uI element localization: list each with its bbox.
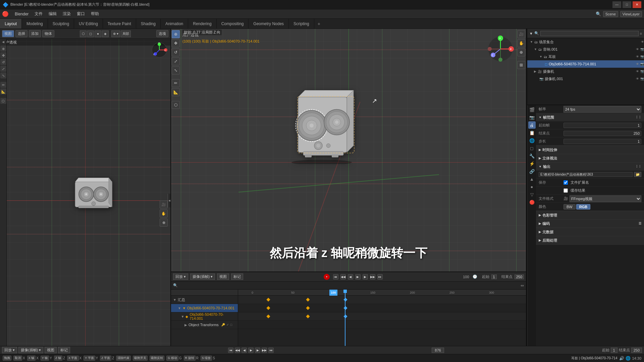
menu-help[interactable]: 帮助 xyxy=(88,10,102,17)
tab-modeling[interactable]: Modeling xyxy=(22,19,48,28)
bottom-prev-frame[interactable]: ◀◀ xyxy=(235,348,240,353)
visibility-icon-camera2[interactable]: 👁 xyxy=(636,77,639,80)
browse-button[interactable]: 📁 xyxy=(634,172,641,177)
prev-keyframe-button[interactable]: ◀ xyxy=(348,274,353,280)
menu-render[interactable]: 渲染 xyxy=(60,10,73,17)
keyframe-summary-50[interactable] xyxy=(306,298,310,301)
close-button[interactable]: ✕ xyxy=(633,1,641,8)
track-header-transforms[interactable]: ▶ Object Transforms 🔑 ✓ □ xyxy=(171,321,238,329)
color-mgmt-header[interactable]: ▶ 色彩管理 xyxy=(536,211,644,219)
cache-result-checkbox[interactable] xyxy=(564,188,568,193)
props-constraint-icon[interactable]: ● xyxy=(528,183,536,190)
props-scene-data-icon[interactable]: 🌐 xyxy=(528,137,536,144)
props-particles-icon[interactable]: 🔗 xyxy=(528,168,536,175)
props-view-layer-icon[interactable]: 📋 xyxy=(528,129,536,136)
bottom-next-key[interactable]: ▶ xyxy=(255,348,260,353)
play-button[interactable]: ▶ xyxy=(355,274,361,280)
move-tool-main[interactable]: ✥ xyxy=(172,39,180,47)
keyframe-obj1-100[interactable] xyxy=(343,306,347,310)
timeline-view-btn[interactable]: 视图 xyxy=(45,347,57,353)
timeline-search-input[interactable] xyxy=(179,284,519,288)
add-cube-tool[interactable]: ⬡ xyxy=(0,98,6,104)
obj1-track-row[interactable] xyxy=(238,304,526,312)
transform-orientation[interactable]: 局部 xyxy=(121,31,131,37)
camera-view[interactable]: 🎥 xyxy=(160,200,168,208)
tab-texture-paint[interactable]: Texture Paint xyxy=(103,19,136,28)
time-stretching-header[interactable]: ▶ 时间拉伸 xyxy=(536,146,644,154)
transform-tool-main[interactable]: ⤡ xyxy=(172,66,180,74)
annotate-tool[interactable]: ✏ xyxy=(0,82,6,88)
keyframe-obj2-100[interactable] xyxy=(343,314,347,318)
obj2-track-row[interactable] xyxy=(238,312,526,321)
frame-range-options[interactable]: ⋮⋮ xyxy=(635,116,641,119)
end-value[interactable]: 250 xyxy=(515,275,524,279)
view-tab[interactable]: 视图 xyxy=(2,30,14,37)
expand-transforms[interactable]: ▶ xyxy=(184,323,187,327)
framerate-select[interactable]: 24 fps xyxy=(564,106,641,113)
props-physics-icon[interactable]: ▲ xyxy=(528,175,536,183)
viewport-shading-solid[interactable]: ⬡ xyxy=(80,31,87,37)
tab-uv-editing[interactable]: UV Editing xyxy=(74,19,103,28)
object-menu[interactable]: 物体 xyxy=(42,30,54,37)
tab-compositing[interactable]: Compositing xyxy=(217,19,249,28)
frame-range-header[interactable]: ▼ 帧范围 ⋮⋮ xyxy=(536,113,644,121)
add-workspace-button[interactable]: + xyxy=(314,20,324,28)
output-header[interactable]: ▼ 输出 ⋮⋮ xyxy=(536,163,644,171)
props-modifier-icon[interactable]: ⚡ xyxy=(528,160,536,167)
camera-view-main[interactable]: 🎥 xyxy=(517,30,525,38)
encoding-list-icon[interactable]: ☰ xyxy=(639,222,641,225)
tab-shading[interactable]: Shading xyxy=(136,19,161,28)
rotate-tool-main[interactable]: ↺ xyxy=(172,48,180,56)
cursor-tool[interactable]: ⊕ xyxy=(0,46,6,52)
keyframe-obj1-50[interactable] xyxy=(306,306,310,310)
timeline-sync-dropdown[interactable]: 摄像(插帧) ▾ xyxy=(18,347,43,353)
props-scene-icon[interactable]: 🎬 xyxy=(528,106,536,113)
visibility-icon-eardrum[interactable]: 👁 xyxy=(636,55,639,58)
props-object-icon[interactable]: 🔧 xyxy=(528,152,536,160)
tab-sculpting[interactable]: Sculpting xyxy=(48,19,74,28)
viewport-shading-material[interactable]: ● xyxy=(95,31,101,37)
keyframe-obj2-50[interactable] xyxy=(306,314,310,318)
render-icon-obj[interactable]: 📷 xyxy=(640,62,644,66)
filter-icon[interactable]: ▼ xyxy=(529,32,533,36)
tab-rendering[interactable]: Rendering xyxy=(188,19,216,28)
keyframe-obj1-0[interactable] xyxy=(266,306,270,310)
outliner-filter-button[interactable]: ≡ xyxy=(640,32,642,36)
cursor-tool-main[interactable]: ⊕ xyxy=(172,30,180,38)
props-output-icon[interactable]: 🖨 xyxy=(528,121,536,129)
track-header-obj2[interactable]: ▼ ◆ Obj3d66-504070-70-714.001 xyxy=(171,312,238,321)
zoom-view[interactable]: ⊕ xyxy=(160,219,168,227)
timeline-playback-dropdown[interactable]: 回放 ▾ xyxy=(2,347,17,353)
tab-layout[interactable]: Layout xyxy=(0,19,22,28)
menu-file[interactable]: 文件 xyxy=(32,10,45,17)
rotate-tool[interactable]: ↺ xyxy=(0,59,6,65)
view-layer-selector[interactable]: ViewLayer xyxy=(620,11,642,17)
keyframe-summary-100[interactable] xyxy=(343,298,347,301)
bottom-jump-end[interactable]: ⏭ xyxy=(268,348,274,353)
tree-item-obj[interactable]: ◻ Obj3d66-504070-70-714.001 👁 📷 xyxy=(527,60,644,68)
bottom-end-val[interactable]: 250 xyxy=(631,348,642,353)
measure-tool[interactable]: 📐 xyxy=(0,88,6,95)
output-options[interactable]: ⋮⋮ xyxy=(635,165,641,168)
expand-obj2[interactable]: ▼ xyxy=(181,315,184,318)
measure-tool-main[interactable]: 📐 xyxy=(172,88,180,96)
small-nav-gizmo[interactable]: X Y Z xyxy=(151,42,168,59)
props-data-icon[interactable]: ▽ xyxy=(528,191,536,198)
tree-item-sound[interactable]: ▼ 🗂 音响.001 👁 📷 xyxy=(527,46,644,53)
visibility-icon-sound[interactable]: 👁 xyxy=(636,48,639,51)
transform-pivot[interactable]: ⊕ ▾ xyxy=(111,31,120,37)
render-icon-camera[interactable]: 📷 xyxy=(640,70,644,73)
props-render-icon[interactable]: 📷 xyxy=(528,114,536,121)
menu-window[interactable]: 窗口 xyxy=(74,10,88,17)
metadata-header[interactable]: ▶ 元数据 xyxy=(536,228,644,236)
zoom-view-main[interactable]: ⊕ xyxy=(517,48,525,56)
save-extension-checkbox[interactable] xyxy=(564,180,568,185)
viewport-shading-render[interactable]: ◈ xyxy=(102,31,109,37)
add-menu[interactable]: 添加 xyxy=(29,30,41,37)
tree-item-camera2[interactable]: 📷 摄像机.001 👁 📷 xyxy=(527,75,644,82)
tree-item-eardrum[interactable]: ▼ 🗂 耳鼓 👁 📷 xyxy=(527,53,644,60)
minimize-button[interactable]: — xyxy=(612,1,621,8)
visibility-icon[interactable]: 👁 xyxy=(641,40,644,44)
record-button[interactable]: ● xyxy=(324,274,330,280)
end-frame-value[interactable]: 250 xyxy=(564,131,641,136)
